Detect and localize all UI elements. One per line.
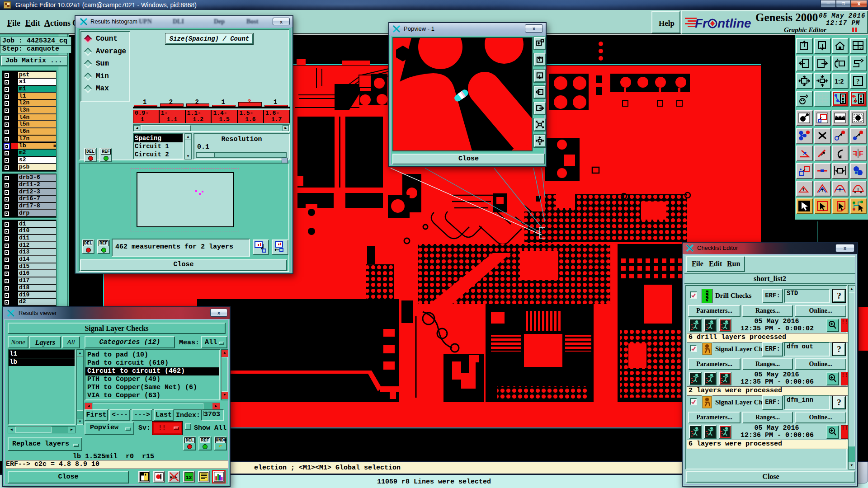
svg-text:F: F: [859, 150, 863, 158]
svg-text:12: 12: [186, 475, 192, 480]
svg-text:ntline: ntline: [717, 16, 751, 30]
svg-text:F: F: [853, 150, 857, 158]
svg-text:1:2: 1:2: [835, 78, 844, 85]
svg-text:Fr: Fr: [695, 16, 708, 30]
svg-text:xy: xy: [859, 47, 863, 50]
svg-text:?: ?: [856, 78, 860, 85]
